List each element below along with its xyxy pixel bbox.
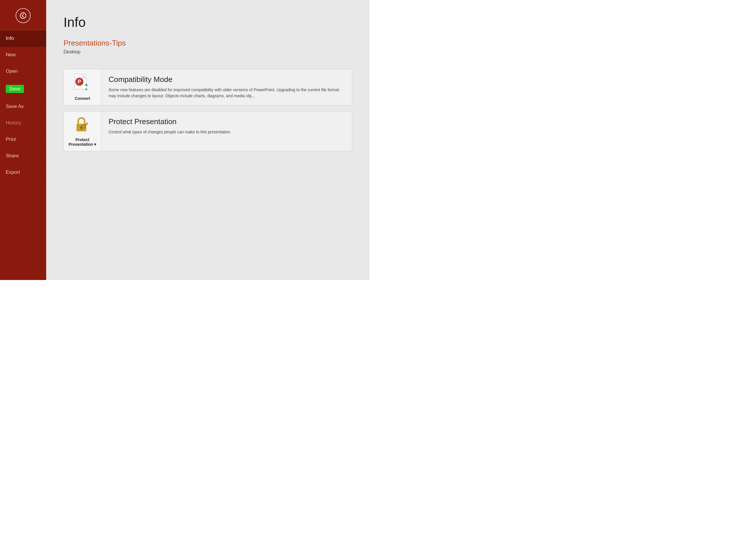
file-title: Presentations-Tips (63, 39, 352, 48)
sidebar-item-saveas[interactable]: Save As (0, 99, 46, 115)
protect-text-area: Protect Presentation Control what types … (101, 111, 352, 141)
sidebar-item-print[interactable]: Print (0, 131, 46, 148)
sidebar-item-export[interactable]: Export (0, 164, 46, 181)
sidebar-item-save[interactable]: Save (0, 80, 46, 99)
sidebar-item-share[interactable]: Share (0, 148, 46, 164)
convert-icon: P (73, 74, 92, 93)
convert-text-area: Compatibility Mode Some new features are… (101, 69, 352, 105)
svg-rect-8 (81, 128, 82, 130)
save-highlight-box: Save (6, 85, 24, 93)
protect-icon-area[interactable]: ProtectPresentation ▾ (64, 111, 101, 151)
back-button[interactable] (16, 8, 31, 23)
svg-text:P: P (78, 79, 81, 85)
svg-line-12 (87, 123, 88, 124)
main-content: Info Presentations-Tips Desktop P Conver… (46, 0, 370, 280)
convert-desc: Some new features are disabled for impro… (109, 87, 345, 99)
svg-rect-5 (86, 89, 87, 90)
back-button-area (0, 0, 46, 30)
sidebar-item-history[interactable]: History (0, 115, 46, 131)
sidebar-item-new[interactable]: New (0, 47, 46, 63)
protect-label: ProtectPresentation ▾ (69, 137, 97, 147)
convert-heading: Compatibility Mode (109, 75, 345, 84)
file-location: Desktop (63, 49, 352, 54)
svg-point-0 (20, 13, 26, 18)
sidebar-item-open[interactable]: Open (0, 63, 46, 80)
sidebar-item-info[interactable]: Info (0, 30, 46, 47)
protect-heading: Protect Presentation (109, 117, 345, 126)
convert-label: Convert (75, 96, 90, 101)
protect-icon (74, 116, 91, 135)
sidebar: Info New Open Save Save As History Print… (0, 0, 46, 280)
protect-desc: Control what types of changes people can… (109, 129, 345, 135)
protect-card: ProtectPresentation ▾ Protect Presentati… (63, 111, 352, 151)
page-title: Info (63, 14, 352, 30)
convert-card: P Convert Compatibility Mode Some new fe… (63, 69, 352, 105)
convert-icon-area[interactable]: P Convert (64, 69, 101, 105)
